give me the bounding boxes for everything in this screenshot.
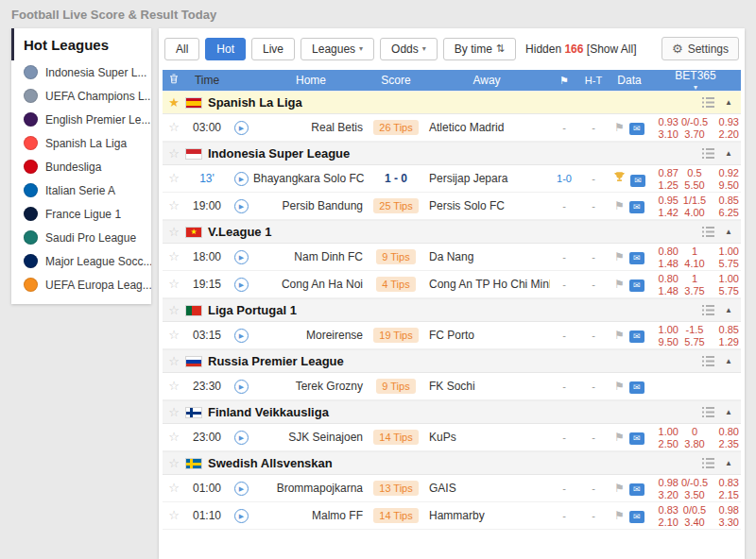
collapse-icon[interactable]: ▲ bbox=[725, 228, 732, 236]
score-cell[interactable]: 25 Tips bbox=[369, 198, 423, 213]
odds-value[interactable]: 2.20 bbox=[711, 128, 741, 140]
odds-value[interactable]: 2.50 bbox=[650, 438, 680, 449]
standings-icon[interactable] bbox=[702, 356, 714, 366]
play-icon[interactable]: ▶ bbox=[234, 431, 249, 445]
home-team[interactable]: Terek Grozny bbox=[253, 380, 369, 393]
trophy-icon[interactable] bbox=[613, 171, 626, 183]
standings-icon[interactable] bbox=[702, 148, 714, 159]
favorite-star-icon[interactable]: ☆ bbox=[168, 172, 180, 185]
play-icon[interactable]: ▶ bbox=[234, 199, 249, 213]
report-flag-icon[interactable]: ⚑ bbox=[614, 278, 625, 291]
favorite-star-icon[interactable]: ☆ bbox=[168, 482, 180, 495]
odds-value[interactable]: 1.48 bbox=[650, 258, 680, 269]
odds-cell[interactable]: 0.870.50.921.255.509.50 bbox=[650, 167, 741, 191]
away-team[interactable]: Hammarby bbox=[423, 509, 550, 522]
score-cell[interactable]: 4 Tips bbox=[369, 277, 423, 292]
play-icon[interactable]: ▶ bbox=[234, 172, 249, 186]
odds-value[interactable]: 3.75 bbox=[680, 285, 711, 296]
tips-badge[interactable]: 19 Tips bbox=[373, 328, 418, 343]
tab-all[interactable]: All bbox=[164, 38, 199, 60]
sidebar-league-item[interactable]: France Ligue 1 bbox=[11, 202, 151, 226]
collapse-icon[interactable]: ▲ bbox=[725, 459, 732, 467]
odds-value[interactable]: 9.50 bbox=[711, 179, 741, 191]
play-icon[interactable]: ▶ bbox=[234, 329, 249, 343]
collapse-icon[interactable]: ▲ bbox=[725, 357, 732, 365]
league-name[interactable]: Finland Veikkausliga bbox=[208, 405, 702, 419]
home-team[interactable]: Real Betis bbox=[253, 121, 369, 134]
sidebar-league-item[interactable]: Italian Serie A bbox=[11, 178, 151, 202]
match-row[interactable]: ☆ 03:00 ▶ Real Betis 26 Tips Atletico Ma… bbox=[163, 114, 741, 142]
away-team[interactable]: Atletico Madrid bbox=[423, 121, 550, 134]
score-cell[interactable]: 19 Tips bbox=[369, 328, 423, 343]
report-flag-icon[interactable]: ⚑ bbox=[614, 250, 625, 263]
match-row[interactable]: ☆ 13' ▶ Bhayangkara Solo FC 1 - 0 Persij… bbox=[163, 165, 741, 193]
collapse-icon[interactable]: ▲ bbox=[725, 149, 732, 158]
odds-value[interactable]: 2.10 bbox=[650, 517, 680, 528]
odds-value[interactable]: 3.70 bbox=[680, 128, 711, 140]
collapse-icon[interactable]: ▲ bbox=[725, 306, 732, 314]
odds-cell[interactable]: 0.8011.001.483.755.75 bbox=[650, 273, 741, 296]
home-team[interactable]: Moreirense bbox=[253, 329, 369, 342]
odds-value[interactable]: 3.80 bbox=[680, 438, 711, 449]
score-cell[interactable]: 9 Tips bbox=[369, 249, 423, 264]
odds-value[interactable]: 1.42 bbox=[650, 207, 680, 218]
odds-value[interactable]: 0.87 bbox=[650, 167, 680, 178]
tips-badge[interactable]: 14 Tips bbox=[373, 430, 418, 445]
odds-value[interactable]: 0.93 bbox=[711, 116, 741, 127]
settings-button[interactable]: ⚙ Settings bbox=[662, 37, 739, 60]
home-team[interactable]: Cong An Ha Noi bbox=[253, 278, 369, 291]
play-icon[interactable]: ▶ bbox=[234, 250, 249, 264]
league-header[interactable]: ☆ Finland Veikkausliga ▲ bbox=[163, 400, 741, 424]
home-team[interactable]: Brommapojkarna bbox=[253, 482, 369, 495]
mail-icon[interactable]: ✉ bbox=[630, 175, 645, 187]
match-row[interactable]: ☆ 19:15 ▶ Cong An Ha Noi 4 Tips Cong An … bbox=[163, 271, 741, 298]
odds-value[interactable]: 0.95 bbox=[650, 195, 680, 206]
away-team[interactable]: FK Sochi bbox=[423, 380, 550, 393]
favorite-star-icon[interactable]: ☆ bbox=[168, 354, 180, 368]
score-cell[interactable]: 14 Tips bbox=[369, 508, 423, 523]
tips-badge[interactable]: 9 Tips bbox=[376, 379, 415, 394]
delete-column-header[interactable] bbox=[163, 74, 185, 87]
mail-icon[interactable]: ✉ bbox=[629, 381, 644, 394]
sidebar-league-item[interactable]: Major League Socc... bbox=[11, 249, 151, 273]
league-name[interactable]: V.League 1 bbox=[208, 225, 702, 239]
report-flag-icon[interactable]: ⚑ bbox=[614, 482, 625, 495]
favorite-star-icon[interactable]: ☆ bbox=[168, 509, 180, 522]
mail-icon[interactable]: ✉ bbox=[629, 123, 644, 135]
odds-value[interactable]: 3.50 bbox=[680, 489, 711, 500]
odds-cell[interactable]: 1.0000.802.503.802.35 bbox=[650, 426, 741, 449]
odds-value[interactable]: 0.98 bbox=[711, 504, 741, 516]
odds-value[interactable]: 5.50 bbox=[680, 179, 711, 191]
score-cell[interactable]: 14 Tips bbox=[369, 430, 423, 445]
sidebar-league-item[interactable]: Indonesia Super L... bbox=[11, 60, 151, 84]
odds-cell[interactable]: 0.830/0.50.982.103.403.30 bbox=[650, 504, 741, 528]
odds-value[interactable]: 5.75 bbox=[680, 336, 711, 347]
score-cell[interactable]: 26 Tips bbox=[369, 120, 423, 135]
home-team[interactable]: Malmo FF bbox=[253, 509, 369, 522]
play-icon[interactable]: ▶ bbox=[234, 509, 249, 523]
favorite-star-icon[interactable]: ☆ bbox=[168, 199, 180, 212]
collapse-icon[interactable]: ▲ bbox=[725, 98, 732, 107]
report-flag-icon[interactable]: ⚑ bbox=[614, 380, 625, 393]
odds-value[interactable]: 3.20 bbox=[650, 489, 680, 500]
favorite-star-icon[interactable]: ☆ bbox=[168, 380, 180, 393]
odds-value[interactable]: 1.00 bbox=[650, 324, 680, 335]
odds-dropdown[interactable]: Odds ▾ bbox=[380, 38, 438, 60]
odds-value[interactable]: 0 bbox=[680, 426, 711, 437]
odds-value[interactable]: 1.29 bbox=[711, 336, 741, 347]
mail-icon[interactable]: ✉ bbox=[629, 280, 644, 292]
odds-cell[interactable]: 0.930/-0.50.933.103.702.20 bbox=[650, 116, 741, 140]
match-row[interactable]: ☆ 19:00 ▶ Persib Bandung 25 Tips Persis … bbox=[163, 193, 741, 220]
favorite-star-icon[interactable]: ☆ bbox=[168, 431, 180, 444]
odds-value[interactable]: 1.48 bbox=[650, 285, 680, 296]
favorite-star-icon[interactable]: ☆ bbox=[168, 456, 180, 470]
odds-value[interactable]: 0.93 bbox=[650, 116, 680, 127]
odds-value[interactable]: 1.00 bbox=[650, 426, 680, 437]
odds-value[interactable]: 3.10 bbox=[650, 128, 680, 140]
away-team[interactable]: Persijap Jepara bbox=[423, 172, 550, 185]
standings-icon[interactable] bbox=[702, 407, 714, 417]
tips-badge[interactable]: 26 Tips bbox=[373, 120, 418, 135]
odds-value[interactable]: 5.75 bbox=[711, 285, 741, 296]
leagues-dropdown[interactable]: Leagues ▾ bbox=[301, 38, 374, 60]
sidebar-league-item[interactable]: UEFA Champions L... bbox=[11, 84, 151, 108]
